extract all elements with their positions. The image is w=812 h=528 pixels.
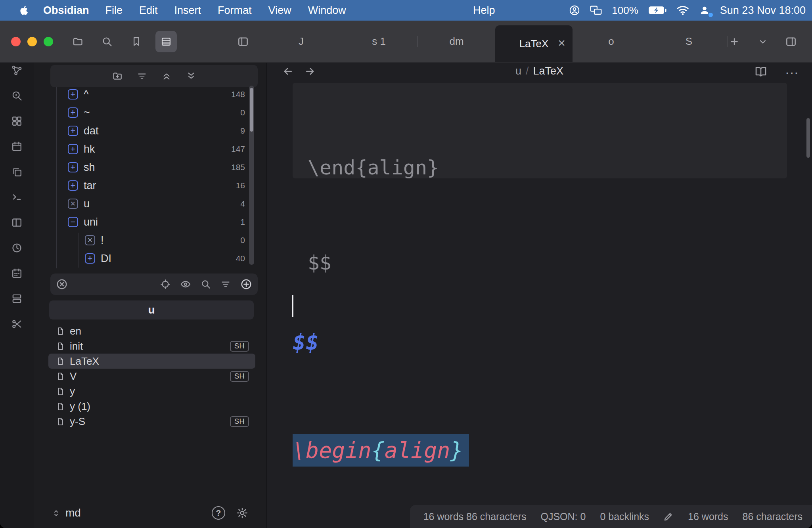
collapse-all-icon[interactable] bbox=[161, 71, 172, 81]
tab-j[interactable]: J bbox=[262, 21, 340, 62]
plus-checkbox-icon[interactable]: + bbox=[68, 144, 78, 154]
zoom-window-button[interactable] bbox=[44, 37, 53, 46]
minimize-window-button[interactable] bbox=[27, 37, 37, 46]
tab-s1[interactable]: s 1 bbox=[340, 21, 417, 62]
screen-mirroring-icon[interactable] bbox=[590, 5, 602, 15]
plus-checkbox-icon[interactable]: + bbox=[68, 107, 78, 118]
battery-charging-icon[interactable] bbox=[648, 6, 666, 15]
file-row[interactable]: y-S SH bbox=[48, 414, 255, 429]
calendar-icon[interactable] bbox=[11, 141, 23, 152]
file-row[interactable]: y (1) bbox=[48, 399, 255, 414]
menu-edit[interactable]: Edit bbox=[131, 4, 166, 17]
status-backlinks[interactable]: 0 backlinks bbox=[600, 511, 649, 522]
menu-insert[interactable]: Insert bbox=[166, 4, 210, 17]
clear-search-icon[interactable] bbox=[56, 278, 68, 290]
tab-latex-active[interactable]: LaTeX × bbox=[495, 25, 573, 62]
x-checkbox-icon[interactable]: × bbox=[68, 199, 78, 209]
plus-checkbox-icon[interactable]: + bbox=[68, 89, 78, 99]
user-account-icon[interactable] bbox=[569, 5, 580, 16]
menubar-clock[interactable]: Sun 23 Nov 18:00 bbox=[720, 4, 806, 17]
math-source-block[interactable]: $$ \begin{align} a &= b \\ c &= d \tag*{… bbox=[293, 252, 812, 528]
new-tab-icon[interactable] bbox=[729, 36, 740, 47]
settings-gear-icon[interactable] bbox=[236, 507, 248, 519]
calendar-grid-icon[interactable] bbox=[11, 268, 23, 279]
menu-window[interactable]: Window bbox=[300, 4, 354, 17]
pencil-icon[interactable] bbox=[663, 511, 674, 522]
tree-item[interactable]: + sh 185 bbox=[34, 158, 266, 176]
tab-dm[interactable]: dm bbox=[418, 21, 495, 62]
panel-right-toggle-icon[interactable] bbox=[785, 36, 797, 48]
menu-format[interactable]: Format bbox=[209, 4, 260, 17]
close-window-button[interactable] bbox=[11, 37, 21, 46]
tree-item[interactable]: + ^ 148 bbox=[34, 85, 266, 103]
search-input[interactable] bbox=[68, 274, 160, 295]
tab-s[interactable]: S bbox=[650, 21, 728, 62]
grid-icon[interactable] bbox=[11, 115, 23, 127]
file-row[interactable]: en bbox=[48, 323, 255, 339]
help-icon[interactable]: ? bbox=[212, 506, 225, 520]
panel-left-toggle-icon[interactable] bbox=[237, 36, 249, 48]
new-folder-icon[interactable] bbox=[112, 71, 123, 81]
status-words[interactable]: 16 words bbox=[688, 511, 728, 522]
expand-all-icon[interactable] bbox=[186, 71, 196, 81]
previous-math-block[interactable]: \end{align} $$ bbox=[293, 83, 787, 178]
editor-scrollbar-thumb[interactable] bbox=[806, 118, 810, 158]
filter-small-icon[interactable] bbox=[220, 279, 231, 289]
close-tab-icon[interactable]: × bbox=[558, 36, 565, 50]
plus-checkbox-icon[interactable]: + bbox=[85, 253, 95, 264]
apple-icon[interactable] bbox=[12, 5, 35, 15]
tree-item[interactable]: × ! 0 bbox=[34, 231, 266, 249]
status-characters[interactable]: 86 characters bbox=[743, 511, 802, 522]
tree-item[interactable]: + DI 40 bbox=[34, 249, 266, 268]
minus-checkbox-icon[interactable]: − bbox=[68, 217, 78, 227]
clock-icon[interactable] bbox=[11, 242, 23, 254]
breadcrumb-folder[interactable]: u bbox=[515, 65, 521, 77]
user-switch-icon[interactable] bbox=[699, 5, 710, 16]
bookmark-icon[interactable] bbox=[131, 36, 142, 47]
tree-item[interactable]: + tar 16 bbox=[34, 176, 266, 195]
stack-icon[interactable] bbox=[11, 293, 23, 304]
wifi-icon[interactable] bbox=[676, 5, 689, 15]
copy-icon[interactable] bbox=[11, 166, 23, 178]
search-small-icon[interactable] bbox=[201, 279, 211, 289]
tools-icon[interactable] bbox=[11, 318, 23, 330]
menu-file[interactable]: File bbox=[97, 4, 131, 17]
stacked-tabs-icon[interactable] bbox=[155, 31, 177, 52]
crosshair-icon[interactable] bbox=[160, 279, 170, 289]
plus-checkbox-icon[interactable]: + bbox=[68, 126, 78, 136]
tree-item[interactable]: + hk 147 bbox=[34, 140, 266, 158]
graph-icon[interactable] bbox=[11, 65, 23, 76]
tree-item[interactable]: + ~ 0 bbox=[34, 103, 266, 122]
tab-o[interactable]: o bbox=[573, 21, 650, 62]
tree-scrollbar-thumb[interactable] bbox=[250, 88, 253, 132]
status-wordcount[interactable]: 16 words 86 characters bbox=[423, 511, 527, 522]
file-row-selected[interactable]: LaTeX bbox=[48, 354, 255, 369]
layout-icon[interactable] bbox=[11, 217, 23, 228]
file-row[interactable]: V SH bbox=[48, 369, 255, 384]
menu-help[interactable]: Help bbox=[465, 4, 504, 17]
folder-icon[interactable] bbox=[72, 36, 83, 47]
reading-mode-icon[interactable] bbox=[755, 65, 767, 78]
menu-view[interactable]: View bbox=[260, 4, 300, 17]
x-checkbox-icon[interactable]: × bbox=[85, 235, 95, 245]
status-qjson[interactable]: QJSON: 0 bbox=[540, 511, 586, 522]
eye-icon[interactable] bbox=[180, 279, 191, 290]
tree-item[interactable]: − uni 1 bbox=[34, 213, 266, 231]
search-icon[interactable] bbox=[102, 36, 113, 47]
filter-icon[interactable] bbox=[137, 71, 147, 81]
terminal-icon[interactable] bbox=[11, 191, 23, 203]
vault-switcher-icon[interactable] bbox=[52, 509, 61, 518]
inspect-icon[interactable] bbox=[11, 90, 23, 101]
plus-checkbox-icon[interactable]: + bbox=[68, 180, 78, 191]
chevron-down-icon[interactable] bbox=[757, 36, 768, 47]
file-row[interactable]: y bbox=[48, 384, 255, 399]
app-menu[interactable]: Obsidian bbox=[35, 4, 97, 17]
more-options-icon[interactable]: … bbox=[785, 63, 799, 78]
plus-checkbox-icon[interactable]: + bbox=[68, 162, 78, 172]
vault-name[interactable]: md bbox=[65, 507, 81, 519]
add-circle-icon[interactable] bbox=[240, 278, 252, 290]
file-row[interactable]: init SH bbox=[48, 339, 255, 354]
tree-item[interactable]: × u 4 bbox=[34, 195, 266, 213]
tree-item[interactable]: + dat 9 bbox=[34, 122, 266, 140]
breadcrumb-file[interactable]: LaTeX bbox=[533, 65, 563, 77]
